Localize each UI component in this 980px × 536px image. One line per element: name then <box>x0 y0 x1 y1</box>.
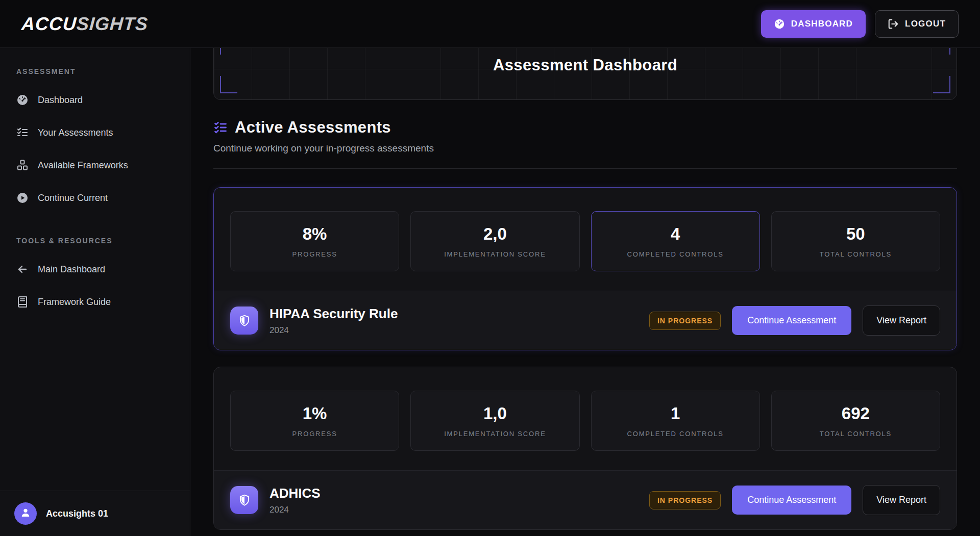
user-profile[interactable]: Accusights 01 <box>0 491 190 536</box>
page-title: Assessment Dashboard <box>493 56 677 74</box>
stat-label: COMPLETED CONTROLS <box>627 430 724 438</box>
sidebar-item-continue-current[interactable]: Continue Current <box>9 182 181 214</box>
stat-value: 2,0 <box>483 224 507 244</box>
stat-label: IMPLEMENTATION SCORE <box>444 250 546 258</box>
stat-value: 1 <box>671 404 680 423</box>
sidebar-item-label: Framework Guide <box>38 297 111 308</box>
sidebar-section-title: TOOLS & RESOURCES <box>16 237 174 245</box>
navbar-actions: DASHBOARD LOGOUT <box>761 10 959 38</box>
active-assessments-heading: Active Assessments <box>213 118 957 137</box>
section-title: Active Assessments <box>235 118 391 137</box>
brand-logo-accu: ACCU <box>21 13 78 34</box>
stat-total-controls: 692 TOTAL CONTROLS <box>771 391 940 451</box>
stat-completed-controls: 1 COMPLETED CONTROLS <box>591 391 760 451</box>
sidebar-item-label: Your Assessments <box>38 127 113 138</box>
book-icon <box>16 296 29 308</box>
stat-label: PROGRESS <box>292 250 337 258</box>
assessment-year: 2024 <box>270 505 321 515</box>
sidebar-item-label: Available Frameworks <box>38 160 128 171</box>
assessment-year: 2024 <box>270 325 398 336</box>
sidebar-item-your-assessments[interactable]: Your Assessments <box>9 116 181 149</box>
corner-bracket-icon <box>933 76 950 93</box>
play-circle-icon <box>16 192 29 204</box>
stat-implementation-score: 2,0 IMPLEMENTATION SCORE <box>410 211 579 271</box>
stat-value: 692 <box>842 404 870 423</box>
stat-label: PROGRESS <box>292 430 337 438</box>
app-root: ACCUSIGHTS DASHBOARD LOGOUT ASSESSMENT <box>0 0 980 536</box>
sidebar-item-main-dashboard[interactable]: Main Dashboard <box>9 253 181 286</box>
dashboard-button[interactable]: DASHBOARD <box>761 10 866 38</box>
stat-completed-controls: 4 COMPLETED CONTROLS <box>591 211 760 271</box>
stat-label: COMPLETED CONTROLS <box>627 250 724 258</box>
stat-progress: 8% PROGRESS <box>230 211 399 271</box>
status-badge: IN PROGRESS <box>649 312 721 330</box>
corner-bracket-icon <box>933 48 950 55</box>
stats-row: 8% PROGRESS 2,0 IMPLEMENTATION SCORE 4 C… <box>214 188 957 291</box>
user-icon <box>19 506 32 521</box>
stat-label: IMPLEMENTATION SCORE <box>444 430 546 438</box>
assessment-name: HIPAA Security Rule <box>270 306 398 322</box>
stat-value: 1,0 <box>483 404 507 423</box>
stat-implementation-score: 1,0 IMPLEMENTATION SCORE <box>410 391 579 451</box>
stat-label: TOTAL CONTROLS <box>820 430 892 438</box>
sidebar-item-label: Continue Current <box>38 193 108 203</box>
arrow-left-icon <box>16 263 29 275</box>
assessment-footer: HIPAA Security Rule 2024 IN PROGRESS Con… <box>214 291 957 350</box>
sidebar-item-available-frameworks[interactable]: Available Frameworks <box>9 149 181 182</box>
sidebar-item-label: Dashboard <box>38 95 83 106</box>
logout-button-label: LOGOUT <box>905 19 946 29</box>
sidebar-item-label: Main Dashboard <box>38 264 105 275</box>
content-shell: ASSESSMENT Dashboard Your Assessments <box>0 48 980 536</box>
stat-label: TOTAL CONTROLS <box>820 250 892 258</box>
gauge-icon <box>774 18 785 30</box>
sidebar-item-framework-guide[interactable]: Framework Guide <box>9 286 181 318</box>
logout-icon <box>888 18 899 30</box>
main-content: Assessment Dashboard Active Assessments … <box>190 48 980 536</box>
section-subtitle: Continue working on your in-progress ass… <box>213 143 957 154</box>
assessment-footer: ADHICS 2024 IN PROGRESS Continue Assessm… <box>214 470 957 529</box>
view-report-button[interactable]: View Report <box>863 485 940 515</box>
continue-assessment-button[interactable]: Continue Assessment <box>732 486 851 515</box>
continue-assessment-button[interactable]: Continue Assessment <box>732 306 851 335</box>
list-checks-icon <box>213 120 228 135</box>
sidebar-section-tools: TOOLS & RESOURCES Main Dashboard Framewo… <box>9 232 181 318</box>
top-navbar: ACCUSIGHTS DASHBOARD LOGOUT <box>0 0 980 48</box>
dashboard-button-label: DASHBOARD <box>791 19 853 29</box>
sidebar-section-title: ASSESSMENT <box>16 67 174 75</box>
section-divider <box>213 168 957 169</box>
corner-bracket-icon <box>220 76 237 93</box>
shield-icon <box>230 486 258 514</box>
stat-total-controls: 50 TOTAL CONTROLS <box>771 211 940 271</box>
gauge-icon <box>16 94 29 106</box>
blocks-icon <box>16 159 29 171</box>
stat-progress: 1% PROGRESS <box>230 391 399 451</box>
brand-logo-sights: SIGHTS <box>76 13 149 34</box>
stat-value: 50 <box>846 224 865 244</box>
brand-logo: ACCUSIGHTS <box>21 13 149 35</box>
avatar <box>14 502 37 525</box>
logout-button[interactable]: LOGOUT <box>875 10 959 38</box>
assessment-card-adhics: 1% PROGRESS 1,0 IMPLEMENTATION SCORE 1 C… <box>213 367 957 530</box>
assessment-titles: HIPAA Security Rule 2024 <box>270 306 398 336</box>
sidebar-section-assessment: ASSESSMENT Dashboard Your Assessments <box>9 62 181 214</box>
list-checks-icon <box>16 126 29 139</box>
status-badge: IN PROGRESS <box>649 491 721 509</box>
stats-row: 1% PROGRESS 1,0 IMPLEMENTATION SCORE 1 C… <box>214 367 957 470</box>
sidebar: ASSESSMENT Dashboard Your Assessments <box>0 48 190 536</box>
assessment-name: ADHICS <box>270 486 321 501</box>
assessment-card-hipaa: 8% PROGRESS 2,0 IMPLEMENTATION SCORE 4 C… <box>213 187 957 350</box>
shield-icon <box>230 307 258 335</box>
dashboard-banner: Assessment Dashboard <box>213 48 957 100</box>
user-name: Accusights 01 <box>46 508 108 519</box>
stat-value: 1% <box>303 404 327 423</box>
stat-value: 8% <box>303 224 327 244</box>
sidebar-item-dashboard[interactable]: Dashboard <box>9 84 181 116</box>
corner-bracket-icon <box>220 48 237 55</box>
assessment-titles: ADHICS 2024 <box>270 486 321 515</box>
stat-value: 4 <box>671 224 680 244</box>
view-report-button[interactable]: View Report <box>863 305 940 336</box>
